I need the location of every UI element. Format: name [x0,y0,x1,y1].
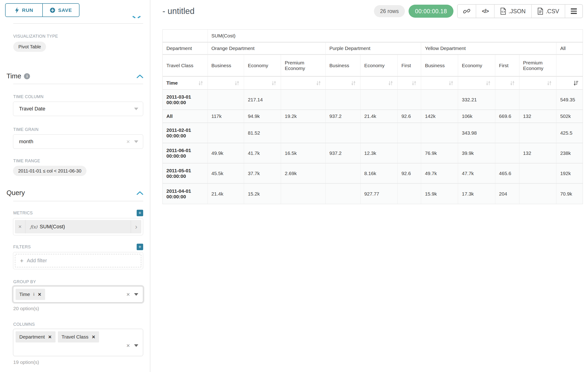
row-label-cell: 2011-06-01 00:00:00 [163,143,208,163]
query-section-title: Query [7,189,25,197]
department-group-header: All [556,43,583,55]
travel-class-header: Premium Economy [281,55,326,77]
sort-icon [198,80,204,86]
json-file-icon [500,8,506,15]
metric-pill[interactable]: × ƒ(x) SUM(Cost) › [15,220,141,234]
pivot-value-cell: 76.9k [421,143,458,163]
time-range-pill[interactable]: 2011-01-01 ≤ col < 2011-06-30 [13,166,86,176]
caret-down-icon[interactable] [134,140,138,143]
sort-toggle[interactable] [198,80,204,86]
pivot-value-cell: 15.9k [421,184,458,204]
pivot-value-cell [208,90,244,110]
time-column-select[interactable]: Travel Date [13,102,143,116]
travel-class-header: Premium Economy [519,55,557,77]
sort-cell [281,77,326,90]
sort-toggle[interactable] [350,80,357,86]
travel-class-header: Business [326,55,360,77]
pivot-corner-cell [163,30,208,43]
sort-toggle[interactable] [271,80,277,86]
pivot-value-cell [495,143,519,163]
pivot-table: SUM(Cost)DepartmentOrange DepartmentPurp… [162,29,583,204]
run-button[interactable]: RUN [6,4,42,17]
group-by-select[interactable]: Timei✕ × [13,286,143,302]
time-grain-label: TIME GRAIN [13,127,143,132]
sort-toggle[interactable] [509,80,515,86]
pivot-value-cell: 132 [519,110,557,123]
sort-toggle[interactable] [546,80,552,86]
sort-toggle[interactable] [234,80,240,86]
sort-toggle[interactable] [573,80,579,86]
pivot-value-cell: 39.9k [458,143,495,163]
remove-tag-icon[interactable]: ✕ [38,292,41,297]
travel-class-header: Economy [360,55,398,77]
pivot-data-row: 2011-03-01 00:00:00217.14332.21549.35 [163,90,583,110]
pivot-value-cell: 94.9k [244,110,281,123]
pivot-value-cell: 2.69k [281,163,326,184]
pivot-value-cell: 502k [556,110,583,123]
group-by-tags: Timei✕ [16,289,126,300]
pivot-value-cell: 21.4k [360,110,398,123]
row-label-cell: 2011-02-01 00:00:00 [163,123,208,143]
export-json-button[interactable]: .JSON [494,5,531,18]
col-dimension-label: Department [163,43,208,55]
group-by-options-hint: 20 option(s) [13,306,150,311]
pivot-value-cell [519,184,557,204]
pivot-value-cell: 92.6 [398,110,421,123]
embed-code-button[interactable]: </> [476,5,494,18]
copy-link-button[interactable] [458,5,476,18]
export-csv-button[interactable]: .CSV [531,5,565,18]
expand-metric-icon[interactable]: › [131,220,141,233]
pivot-value-cell [281,123,326,143]
select-controls: × [126,342,138,349]
sort-toggle[interactable] [448,80,454,86]
visualization-type-pill[interactable]: Pivot Table [13,42,46,52]
sort-cell [495,77,519,90]
plus-icon: + [20,257,23,264]
chart-header: - untitled 26 rows 00:00:00.18 [162,4,583,18]
sort-cell [326,77,360,90]
add-metric-button[interactable]: + [137,210,143,216]
sort-icon [509,80,515,86]
pivot-value-cell: 132 [519,143,557,163]
pivot-data-row: All117k94.9k19.2k937.221.4k92.6142k106k6… [163,110,583,123]
pivot-value-cell [326,90,360,110]
row-dimension-cell: Time [163,77,208,90]
collapse-section-chevron-icon[interactable] [137,74,143,78]
travel-class-header: Economy [244,55,281,77]
save-button[interactable]: SAVE [42,4,79,17]
sort-desc-icon [573,80,579,86]
more-options-button[interactable] [565,5,582,18]
sort-toggle[interactable] [411,80,417,86]
chart-panel: - untitled 26 rows 00:00:00.18 [150,0,588,372]
caret-down-icon[interactable] [134,344,138,347]
remove-metric-icon[interactable]: × [15,220,26,234]
sort-icon [546,80,552,86]
clear-icon[interactable]: × [126,342,130,349]
clear-icon[interactable]: × [126,291,130,297]
sort-toggle[interactable] [485,80,491,86]
add-filter-dropzone[interactable]: + Add filter [15,254,141,267]
columns-select[interactable]: Department✕Travel Class✕ × [13,329,143,356]
time-column-label: TIME COLUMN [13,94,143,99]
explore-view: Chart Type RUN SAVE [0,0,588,372]
add-filter-button[interactable]: + [137,244,143,250]
travel-class-header: Business [421,55,458,77]
caret-down-icon[interactable] [134,293,138,296]
pivot-value-cell: 927.77 [360,184,398,204]
export-action-group: </> .JSON [457,4,583,18]
time-section-header: Time i [7,72,143,80]
sort-toggle[interactable] [388,80,394,86]
sort-cell [556,77,583,90]
time-grain-select[interactable]: month × [13,134,143,149]
remove-tag-icon[interactable]: ✕ [48,334,52,340]
pivot-value-cell [495,90,519,110]
caret-down-icon[interactable] [134,108,138,110]
pivot-value-cell [398,184,421,204]
remove-tag-icon[interactable]: ✕ [92,334,95,340]
clear-icon[interactable]: × [126,138,130,145]
pivot-value-cell: 21.4k [208,184,244,204]
query-section-header: Query [7,189,143,197]
collapse-section-chevron-icon[interactable] [137,191,143,195]
pivot-value-cell: 332.21 [458,90,495,110]
sort-toggle[interactable] [315,80,322,86]
